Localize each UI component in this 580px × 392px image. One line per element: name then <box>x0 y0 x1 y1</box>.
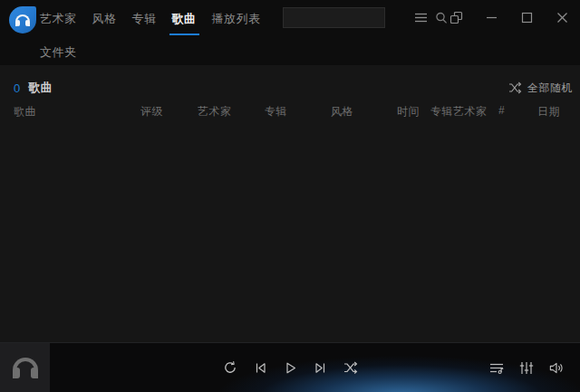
equalizer-icon[interactable] <box>518 359 535 376</box>
column-header-track-number[interactable]: # <box>498 104 537 120</box>
search-input[interactable] <box>284 8 434 27</box>
tab-folders-label: 文件夹 <box>40 45 77 59</box>
tab-albums-label: 专辑 <box>132 12 157 25</box>
tab-albums[interactable]: 专辑 <box>132 11 157 35</box>
minimize-icon[interactable] <box>484 10 499 25</box>
song-count: 0 <box>14 81 20 95</box>
songs-page: 0 歌曲 全部随机 歌曲 评级 艺术家 专辑 风格 时间 专辑艺术家 # 日期 <box>0 65 580 342</box>
app-window: 艺术家 风格 专辑 歌曲 播放列表 文件夹 <box>0 0 580 392</box>
next-icon[interactable] <box>312 359 328 376</box>
tab-artists[interactable]: 艺术家 <box>40 11 77 35</box>
column-header-genre[interactable]: 风格 <box>331 104 397 120</box>
secondary-controls <box>488 343 565 392</box>
tab-artists-label: 艺术家 <box>40 12 77 25</box>
player-bar <box>0 342 580 392</box>
queue-icon[interactable] <box>488 359 505 376</box>
shuffle-icon <box>508 81 522 94</box>
tab-playlists[interactable]: 播放列表 <box>212 11 261 35</box>
column-header-rating[interactable]: 评级 <box>140 104 198 120</box>
repeat-icon[interactable] <box>222 359 238 376</box>
tab-genres-label: 风格 <box>92 12 117 25</box>
maximize-icon[interactable] <box>519 10 535 25</box>
column-header-date[interactable]: 日期 <box>537 104 580 120</box>
column-header-album[interactable]: 专辑 <box>265 104 331 120</box>
close-icon[interactable] <box>555 10 570 25</box>
app-logo-icon <box>9 6 36 33</box>
tab-folders[interactable]: 文件夹 <box>40 44 77 61</box>
headphones-icon <box>15 14 30 26</box>
window-controls <box>413 10 570 25</box>
column-header-album-artist[interactable]: 专辑艺术家 <box>430 104 498 120</box>
table-header-row: 歌曲 评级 艺术家 专辑 风格 时间 专辑艺术家 # 日期 <box>14 104 580 120</box>
status-row: 0 歌曲 全部随机 <box>14 81 573 95</box>
menu-icon[interactable] <box>413 10 429 25</box>
column-header-song[interactable]: 歌曲 <box>14 104 140 120</box>
column-header-duration[interactable]: 时间 <box>397 104 430 120</box>
tab-genres[interactable]: 风格 <box>92 11 117 35</box>
shuffle-all-label: 全部随机 <box>527 81 573 96</box>
shuffle-icon[interactable] <box>342 359 358 376</box>
switch-window-icon[interactable] <box>449 10 464 25</box>
column-header-artist[interactable]: 艺术家 <box>198 104 265 120</box>
shuffle-all-button[interactable]: 全部随机 <box>508 81 573 96</box>
previous-icon[interactable] <box>252 359 268 376</box>
tab-songs-label: 歌曲 <box>172 12 197 25</box>
active-tab-underline <box>169 33 199 35</box>
song-count-label: 歌曲 <box>28 80 53 96</box>
titlebar: 艺术家 风格 专辑 歌曲 播放列表 文件夹 <box>0 0 580 65</box>
search-box <box>283 7 385 28</box>
tab-playlists-label: 播放列表 <box>212 12 261 25</box>
volume-icon[interactable] <box>548 359 565 376</box>
main-nav: 艺术家 风格 专辑 歌曲 播放列表 <box>40 11 261 35</box>
tab-songs[interactable]: 歌曲 <box>172 11 197 35</box>
play-icon[interactable] <box>282 359 298 376</box>
